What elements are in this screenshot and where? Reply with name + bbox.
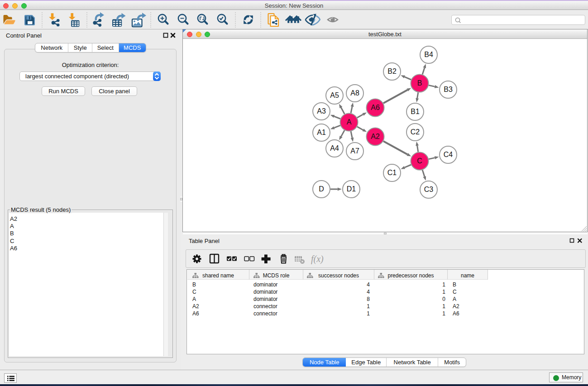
svg-text:B1: B1 — [411, 108, 420, 115]
svg-text:D1: D1 — [347, 185, 356, 193]
svg-text:B3: B3 — [444, 86, 453, 93]
svg-text:A6: A6 — [371, 104, 380, 111]
svg-text:A1: A1 — [317, 129, 326, 136]
svg-text:D: D — [319, 185, 324, 193]
svg-text:f(x): f(x) — [311, 254, 324, 264]
svg-text:A2: A2 — [371, 133, 380, 140]
svg-text:A3: A3 — [317, 107, 326, 115]
svg-text:B: B — [417, 79, 422, 87]
svg-text:B4: B4 — [424, 51, 433, 58]
svg-text:C4: C4 — [444, 151, 453, 158]
svg-text:A: A — [347, 118, 352, 126]
svg-text:B2: B2 — [387, 67, 397, 75]
svg-text:C2: C2 — [411, 128, 420, 136]
svg-text:A8: A8 — [350, 89, 359, 97]
svg-text:C1: C1 — [387, 169, 397, 176]
svg-text:C3: C3 — [424, 186, 434, 193]
svg-text:A7: A7 — [350, 147, 359, 155]
svg-text:A5: A5 — [330, 91, 339, 99]
svg-text:A4: A4 — [330, 144, 339, 152]
svg-text:C: C — [417, 157, 422, 165]
